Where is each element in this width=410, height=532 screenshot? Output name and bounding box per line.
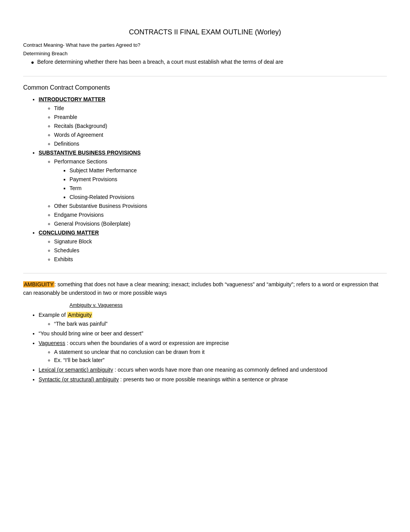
list-item-words-of-agreement: Words of Agreement [54, 131, 387, 139]
ambiguity-bullets: Example of Ambiguity “The bark was painf… [39, 311, 387, 384]
bullet-lexical: Lexical (or semantic) ambiguity : occurs… [39, 366, 387, 374]
list-item-bark: “The bark was painful” [54, 320, 387, 328]
vagueness-term: Vagueness [39, 340, 65, 346]
list-item-substantive: SUBSTANTIVE BUSINESS PROVISIONS Performa… [39, 149, 387, 228]
example-label-prefix: Example of [39, 312, 67, 318]
concluding-label: CONCLUDING MATTER [39, 229, 99, 236]
common-components-heading: Common Contract Components [23, 83, 387, 92]
performance-children: Subject Matter Performance Payment Provi… [69, 167, 387, 201]
divider-1 [23, 76, 387, 77]
list-item-term: Term [69, 184, 387, 192]
introductory-matter-label: INTRODUCTORY MATTER [39, 96, 105, 102]
substantive-children: Performance Sections Subject Matter Perf… [54, 158, 387, 228]
ambiguity-definition-block: AMBIGUITY: something that does not have … [23, 280, 387, 297]
list-item-preamble: Preamble [54, 113, 387, 121]
list-item-endgame: Endgame Provisions [54, 211, 387, 219]
ambiguity-subheading: Ambiguity v. Vagueness [69, 301, 387, 309]
subtitle-contract-meaning: Contract Meaning- What have the parties … [23, 41, 387, 49]
page-title: CONTRACTS II FINAL EXAM OUTLINE (Worley) [23, 27, 387, 37]
syntactic-rest: : presents two or more possible meanings… [119, 376, 288, 382]
ambiguity-definition-text: : something that does not have a clear m… [23, 281, 378, 296]
list-item-title: Title [54, 104, 387, 112]
level1-list: INTRODUCTORY MATTER Title Preamble Recit… [39, 95, 387, 263]
list-item-payment: Payment Provisions [69, 175, 387, 184]
list-item-closing: Closing-Related Provisions [69, 193, 387, 201]
subtitle-determining-breach: Determining Breach [23, 50, 387, 58]
list-item-back-later: Ex. “I’ll be back later” [54, 356, 387, 364]
list-item-general: General Provisions (Boilerplate) [54, 220, 387, 228]
vagueness-rest: : occurs when the boundaries of a word o… [65, 340, 229, 346]
concluding-children: Signature Block Schedules Exhibits [54, 238, 387, 263]
list-item-schedules: Schedules [54, 246, 387, 255]
vagueness-children: A statement so unclear that no conclusio… [54, 348, 387, 364]
bullet-vagueness: Vagueness : occurs when the boundaries o… [39, 339, 387, 364]
syntactic-term: Syntactic (or structural) ambiguity [39, 376, 119, 382]
bullet-example-ambiguity: Example of Ambiguity “The bark was painf… [39, 311, 387, 328]
bullet-dot: ● [31, 58, 34, 66]
list-item-unclear-statement: A statement so unclear that no conclusio… [54, 348, 387, 356]
example-ambiguity-children: “The bark was painful” [54, 320, 387, 328]
lexical-term: Lexical (or semantic) ambiguity [39, 367, 113, 373]
intro-bullet-item: ● Before determining whether there has b… [31, 58, 387, 66]
common-contract-components-section: Common Contract Components INTRODUCTORY … [23, 83, 387, 263]
bullet-wine-beer: “You should bring wine or beer and desse… [39, 330, 387, 338]
lexical-rest: : occurs when words have more than one m… [113, 367, 327, 373]
list-item-signature: Signature Block [54, 238, 387, 246]
ambiguity-term: AMBIGUITY [23, 281, 54, 287]
substantive-label: SUBSTANTIVE BUSINESS PROVISIONS [39, 150, 141, 156]
list-item-recitals: Recitals (Background) [54, 122, 387, 130]
intro-bullet-text: Before determining whether there has bee… [37, 58, 283, 66]
list-item-other-substantive: Other Substantive Business Provisions [54, 202, 387, 210]
list-item-definitions: Definitions [54, 140, 387, 148]
list-item-concluding: CONCLUDING MATTER Signature Block Schedu… [39, 229, 387, 263]
bullet-syntactic: Syntactic (or structural) ambiguity : pr… [39, 376, 387, 384]
list-item-exhibits: Exhibits [54, 255, 387, 263]
list-item-performance-sections: Performance Sections Subject Matter Perf… [54, 158, 387, 201]
introductory-children: Title Preamble Recitals (Background) Wor… [54, 104, 387, 148]
divider-2 [23, 273, 387, 274]
list-item-subject-matter: Subject Matter Performance [69, 167, 387, 175]
list-item-introductory: INTRODUCTORY MATTER Title Preamble Recit… [39, 95, 387, 148]
ambiguity-section: AMBIGUITY: something that does not have … [23, 280, 387, 384]
ambiguity-highlighted: Ambiguity [67, 312, 92, 318]
